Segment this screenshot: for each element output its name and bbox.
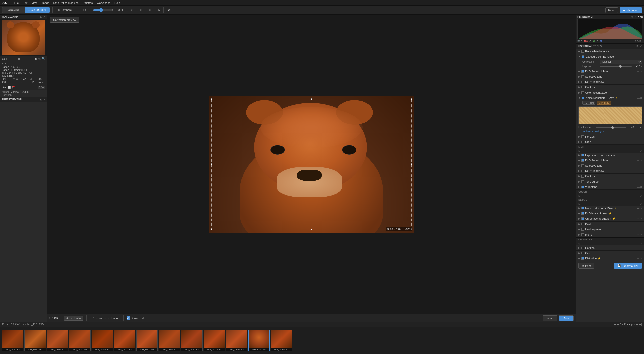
rating-label[interactable]: - A - [2,86,6,89]
menu-dxo-optics[interactable]: DxO Optics Modules [52,1,80,5]
filmstrip-thumb-10[interactable]: IMG_1974.CR2 [226,330,247,351]
detail-moire-checkbox[interactable] [581,233,584,236]
filmstrip-thumb-7[interactable]: IMG_1967.CR2 [159,330,180,351]
zoom-in-icon[interactable]: + [114,9,116,12]
light-smart-checkbox[interactable] [581,159,584,162]
tool-redeye[interactable]: ◉ [165,7,173,13]
filmstrip-thumb-5[interactable]: IMG_1960.CR2 [114,330,135,351]
tool-local[interactable]: ◎ [156,7,164,13]
crop-handle-bm[interactable] [311,229,312,230]
detail-pin-icon[interactable]: ⊡ [578,203,580,205]
detail-chromatic-checkbox[interactable] [581,217,584,220]
filmstrip-thumb-9[interactable]: IMG_1971.CR2 [204,330,225,351]
selective-tone-checkbox[interactable] [581,75,584,78]
crop-handle-tm[interactable] [311,98,312,100]
tool-row-geometry-distortion[interactable]: ▶ Distortion ⚡ Auto [576,256,644,261]
menu-view[interactable]: View [30,1,39,5]
detail-lens-checkbox[interactable] [581,212,584,215]
zoom-out-icon[interactable]: − [91,9,92,12]
lum-up-arrow[interactable]: ▲ [636,126,638,129]
correction-preview-tab[interactable]: Correction preview [50,17,79,23]
clearview-checkbox[interactable] [581,81,584,83]
tool-row-light-exposure[interactable]: ▶ Exposure compensation [576,153,644,158]
crop-label-bottom[interactable]: Crop [52,317,58,319]
menu-workspace[interactable]: Workspace [95,1,112,5]
preset-close-icon[interactable]: ✕ [43,98,45,101]
tool-row-smart-lighting[interactable]: ▶ DxO Smart Lighting Auto [576,69,644,74]
print-button[interactable]: 🖨 Print [578,263,594,269]
light-clearview-checkbox[interactable] [581,170,584,172]
sort-icon[interactable]: ⊞ [2,323,4,326]
correction-dropdown[interactable]: Manual Auto [600,60,642,64]
nav-last-btn[interactable]: ▶| [639,323,642,326]
tool-row-light-tone-curve[interactable]: ▶ Tone curve [576,179,644,184]
tool-row-raw-wb[interactable]: ▶ RAW white balance [576,49,644,54]
detail-unsharp-checkbox[interactable] [581,228,584,231]
filmstrip-thumb-11[interactable]: IMG_1979.CR2 [248,330,270,351]
tool-row-crop[interactable]: ▶ Crop [576,139,644,144]
tool-row-light-sel-tone[interactable]: ▶ Selective tone [576,163,644,168]
geometry-expand-icon[interactable]: ⤢ [640,242,642,245]
filmstrip-thumb-6[interactable]: IMG_1961.CR2 [136,330,158,351]
tool-row-detail-lens[interactable]: ▶ DxO lens softness ⚡ [576,211,644,216]
tool-row-exposure[interactable]: ▼ Exposure compensation [576,54,644,59]
tool-straighten[interactable]: ⊕ [138,7,145,13]
tool-row-contrast[interactable]: ▶ Contrast [576,85,644,90]
crop-handle-mr[interactable] [411,163,412,165]
crop-handle-tl[interactable] [211,98,212,100]
noise-checkbox[interactable] [582,97,584,99]
close-crop-btn[interactable]: Close [559,315,574,321]
zoom-plus-btn[interactable]: + [32,57,34,60]
nav-next-btn[interactable]: ▶ [636,323,638,326]
prime-badge[interactable]: ★ PRIME [597,101,611,105]
light-tone-curve-checkbox[interactable] [581,180,584,183]
tool-row-noise[interactable]: ▼ Noise reduction - RAW ⚡ Auto [576,95,644,100]
smart-lighting-checkbox[interactable] [581,70,584,73]
zoom-1to1-label[interactable]: 1:1 [2,57,5,60]
light-pin-icon[interactable]: ⊡ [578,150,580,152]
detail-expand-icon[interactable]: ⤢ [640,203,642,205]
tool-row-detail-chromatic[interactable]: ▶ Chromatic aberration ⚡ Auto [576,216,644,221]
organize-btn[interactable]: ⊞ ORGANIZE [2,7,25,13]
hist-rgb-badge[interactable]: RGB [638,16,643,18]
contrast-checkbox[interactable] [581,86,584,88]
tool-row-detail-unsharp[interactable]: ▶ Unsharp mask [576,227,644,232]
tool-row-light-contrast[interactable]: ▶ Contrast [576,174,644,179]
horizon-checkbox[interactable] [581,135,584,138]
color-pin-icon[interactable]: ⊡ [578,195,580,197]
hist-pin-icon[interactable]: ⊡ [631,16,633,18]
menu-file[interactable]: File [13,1,21,5]
zoom-slider[interactable] [93,7,113,13]
noise-refresh-btn[interactable]: ↺ [639,121,641,123]
show-grid-checkbox[interactable] [127,316,130,320]
zoom-minus-btn[interactable]: − [8,57,9,60]
tool-row-detail-noise[interactable]: ▶ Noise reduction - RAW ⚡ Auto [576,206,644,211]
tool-wb[interactable]: ✦ [174,7,182,13]
preset-pin-icon[interactable]: ⊡ [40,98,42,101]
zoom-fit-btn[interactable]: 1:1 [80,8,89,13]
show-grid-label[interactable]: Show Grid [127,316,144,320]
tool-row-clearview[interactable]: ▶ DxO ClearView [576,79,644,84]
pick-icon[interactable]: 🚩 [12,86,15,89]
nav-first-btn[interactable]: |◀ [614,323,616,326]
exposure-checkbox[interactable] [582,55,584,58]
tool-row-light-vignetting[interactable]: ▶ Vignetting Auto [576,184,644,189]
tool-row-light-clearview[interactable]: ▶ DxO ClearView [576,168,644,173]
preserve-ratio-btn[interactable]: Preserve aspect ratio [90,316,120,321]
zoom-find-btn[interactable]: 🔍 [42,57,45,60]
exposure-slider[interactable] [600,66,632,67]
tool-row-color-accentuation[interactable]: ▶ Color accentuation [576,90,644,95]
color-expand-icon[interactable]: ⤢ [640,195,642,197]
filter-icon[interactable]: ▼ [6,323,9,326]
menu-help[interactable]: Help [113,1,122,5]
hist-expand-icon[interactable]: ⤢ [634,16,636,18]
menu-edit[interactable]: Edit [21,1,29,5]
raw-wb-checkbox[interactable] [581,50,584,53]
tool-row-selective-tone[interactable]: ▶ Selective tone [576,74,644,79]
detail-noise-checkbox[interactable] [581,207,584,209]
menu-palettes[interactable]: Palettes [81,1,94,5]
tool-row-geometry-crop[interactable]: ▶ Crop [576,251,644,256]
tool-row-geometry-horizon[interactable]: ▶ Horizon [576,245,644,250]
filmstrip-thumb-3[interactable]: IMG_1955.CR2 [69,330,91,351]
luminance-slider[interactable] [596,127,626,128]
